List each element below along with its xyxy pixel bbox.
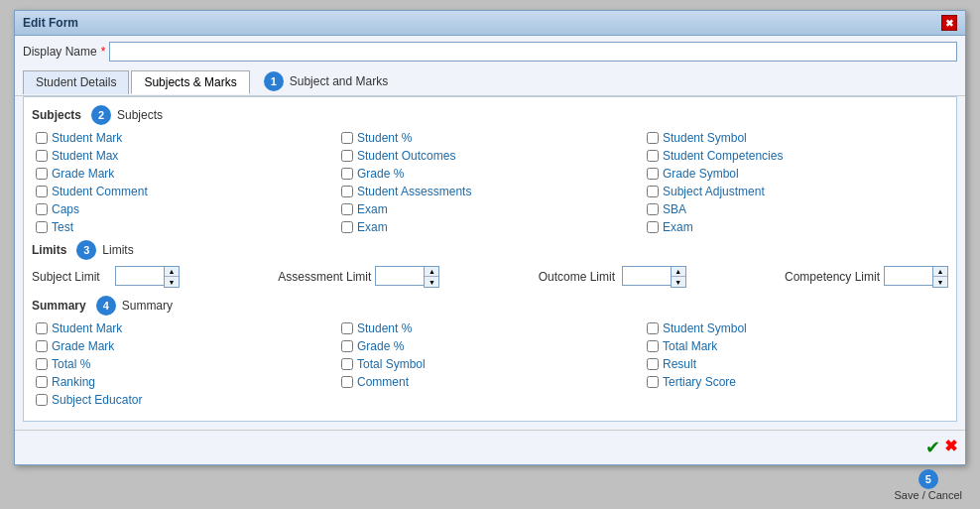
list-item: Subject Adjustment [643, 183, 948, 200]
checkbox-exam-2[interactable] [341, 221, 353, 233]
list-item: Student Max [32, 147, 337, 165]
list-item: Grade Mark [32, 337, 337, 355]
checkbox-caps[interactable] [36, 203, 48, 215]
list-item: Tertiary Score [643, 373, 948, 391]
tab-subjects-marks[interactable]: Subjects & Marks [131, 70, 249, 94]
checkbox-test[interactable] [36, 221, 48, 233]
subjects-section-title: Subjects [32, 108, 81, 122]
badge-4: 4 [96, 296, 116, 316]
outcome-limit-item: Outcome Limit ▲ ▼ [539, 266, 686, 288]
subject-limit-label: Subject Limit [32, 270, 111, 284]
subjects-badge-label: Subjects [117, 108, 163, 122]
subjects-col3: Student Symbol Student Competencies Grad… [643, 129, 948, 236]
edit-form-dialog: Edit Form ✖ Display Name * Student Detai… [14, 10, 966, 465]
checkbox-grade-pct[interactable] [341, 168, 353, 180]
checkbox-grade-symbol[interactable] [647, 168, 659, 180]
summary-checkboxes: Student Mark Grade Mark Total % Ranking [32, 319, 948, 409]
outcome-limit-spinner: ▲ ▼ [622, 266, 686, 288]
summary-comment[interactable] [341, 376, 353, 388]
subjects-section: Subjects 2 Subjects Student Mark Student… [32, 105, 948, 236]
summary-grade-mark[interactable] [36, 340, 48, 352]
subjects-col1: Student Mark Student Max Grade Mark Stud… [32, 129, 337, 236]
list-item: Grade % [337, 337, 643, 355]
assessment-limit-up[interactable]: ▲ [425, 267, 438, 277]
tab-student-details[interactable]: Student Details [23, 70, 129, 94]
checkbox-subject-adjustment[interactable] [647, 186, 659, 197]
summary-grade-pct[interactable] [341, 340, 353, 352]
subject-limit-input[interactable] [115, 266, 165, 286]
summary-student-mark[interactable] [36, 322, 48, 334]
list-item: Comment [337, 373, 643, 391]
list-item: Exam [337, 200, 643, 218]
summary-title: Summary [32, 299, 86, 313]
summary-ranking[interactable] [36, 376, 48, 388]
assessment-limit-down[interactable]: ▼ [425, 277, 438, 287]
list-item: Ranking [32, 373, 337, 391]
outcome-limit-up[interactable]: ▲ [672, 267, 685, 277]
list-item: Student % [337, 129, 643, 147]
summary-total-mark[interactable] [647, 340, 659, 352]
summary-col3: Student Symbol Total Mark Result Tertiar… [643, 319, 948, 409]
display-name-input[interactable] [109, 42, 957, 62]
summary-tertiary-score[interactable] [647, 376, 659, 388]
checkbox-student-assessments[interactable] [341, 186, 353, 197]
display-name-row: Display Name * [15, 36, 965, 67]
list-item: Student Symbol [643, 129, 948, 147]
ok-button[interactable]: ✔ [925, 437, 940, 458]
summary-student-symbol[interactable] [647, 322, 659, 334]
competency-limit-down[interactable]: ▼ [933, 277, 947, 287]
checkbox-student-max[interactable] [36, 150, 48, 162]
list-item: Grade Symbol [643, 165, 948, 183]
checkbox-sba[interactable] [647, 203, 659, 215]
list-item: Test [32, 218, 337, 236]
summary-result[interactable] [647, 358, 659, 370]
competency-limit-up[interactable]: ▲ [933, 267, 947, 277]
checkbox-student-mark[interactable] [36, 132, 48, 144]
limits-row: Subject Limit ▲ ▼ Assessment Limit [32, 262, 948, 292]
badge-5: 5 [919, 469, 938, 489]
close-button[interactable]: ✖ [941, 15, 957, 31]
display-name-label: Display Name [23, 45, 97, 59]
list-item: Total Symbol [337, 355, 643, 373]
list-item: Student % [337, 319, 643, 337]
checkbox-exam-3[interactable] [647, 221, 659, 233]
list-item: Total % [32, 355, 337, 373]
dialog-title: Edit Form [23, 16, 78, 30]
checkbox-student-outcomes[interactable] [341, 150, 353, 162]
assessment-limit-spinner: ▲ ▼ [375, 266, 439, 288]
list-item: Student Mark [32, 129, 337, 147]
outcome-limit-input[interactable] [622, 266, 672, 286]
competency-limit-label: Competency Limit [785, 270, 880, 284]
list-item: Exam [337, 218, 643, 236]
checkbox-exam-1[interactable] [341, 203, 353, 215]
outcome-limit-down[interactable]: ▼ [672, 277, 685, 287]
assessment-limit-input[interactable] [375, 266, 425, 286]
limits-badge-label: Limits [102, 243, 133, 257]
list-item: Student Outcomes [337, 147, 643, 165]
competency-limit-spinner: ▲ ▼ [884, 266, 948, 288]
subjects-col2: Student % Student Outcomes Grade % Stude… [337, 129, 643, 236]
summary-subject-educator[interactable] [36, 394, 48, 406]
limits-section: Limits 3 Limits Subject Limit ▲ ▼ [32, 240, 948, 292]
assessment-limit-label: Assessment Limit [278, 270, 371, 284]
competency-limit-input[interactable] [884, 266, 933, 286]
summary-total-symbol[interactable] [341, 358, 353, 370]
checkbox-grade-mark[interactable] [36, 168, 48, 180]
assessment-limit-item: Assessment Limit ▲ ▼ [278, 266, 439, 288]
list-item: SBA [643, 200, 948, 218]
checkbox-student-pct[interactable] [341, 132, 353, 144]
subject-limit-spinner: ▲ ▼ [115, 266, 180, 288]
summary-section: Summary 4 Summary Student Mark Grade Mar… [32, 296, 948, 409]
checkbox-student-comment[interactable] [36, 186, 48, 197]
list-item: Student Competencies [643, 147, 948, 165]
checkbox-student-symbol[interactable] [647, 132, 659, 144]
checkbox-student-competencies[interactable] [647, 150, 659, 162]
summary-badge-label: Summary [122, 299, 173, 313]
summary-total-pct[interactable] [36, 358, 48, 370]
subject-limit-up[interactable]: ▲ [165, 267, 179, 277]
cancel-button[interactable]: ✖ [944, 437, 957, 458]
subject-limit-down[interactable]: ▼ [165, 277, 179, 287]
subject-limit-item: Subject Limit ▲ ▼ [32, 266, 180, 288]
summary-student-pct[interactable] [341, 322, 353, 334]
summary-col2: Student % Grade % Total Symbol Comment [337, 319, 643, 409]
